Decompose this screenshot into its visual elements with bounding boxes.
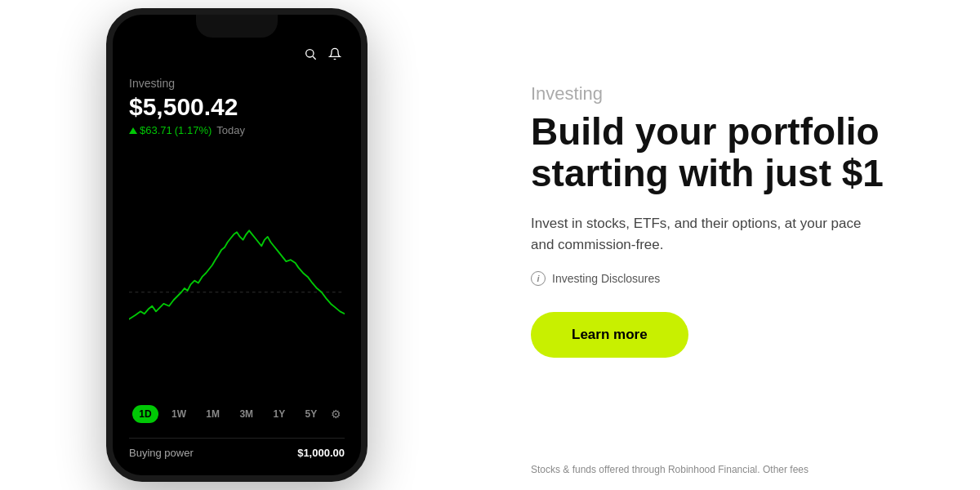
change-positive: $63.71 (1.17%) <box>129 124 212 136</box>
tab-1w[interactable]: 1W <box>165 405 193 423</box>
tab-5y[interactable]: 5Y <box>299 405 324 423</box>
settings-icon[interactable]: ⚙ <box>331 408 341 421</box>
chart-tabs: 1D 1W 1M 3M 1Y 5Y ⚙ <box>129 399 345 430</box>
buying-power-value: $1,000.00 <box>297 447 345 459</box>
phone-mockup: Investing $5,500.42 $63.71 (1.17%) Today <box>106 8 368 482</box>
buying-power-label: Buying power <box>129 447 194 459</box>
tab-3m[interactable]: 3M <box>233 405 260 423</box>
footer-disclaimer: Stocks & funds offered through Robinhood… <box>531 463 947 477</box>
headline-line1: Build your portfolio <box>531 110 880 153</box>
tab-1m[interactable]: 1M <box>199 405 226 423</box>
phone-investing-label: Investing <box>129 77 345 90</box>
headline: Build your portfolio starting with just … <box>531 111 923 194</box>
portfolio-chart <box>129 149 345 389</box>
change-period: Today <box>216 124 245 136</box>
up-arrow-icon <box>129 127 137 134</box>
buying-power-row: Buying power $1,000.00 <box>129 438 345 459</box>
phone-header-icons <box>129 47 345 64</box>
portfolio-value: $5,500.42 <box>129 93 345 121</box>
left-panel: Investing $5,500.42 $63.71 (1.17%) Today <box>0 0 474 490</box>
right-panel: Investing Build your portfolio starting … <box>474 0 980 490</box>
learn-more-button[interactable]: Learn more <box>531 312 688 358</box>
disclosures-text: Investing Disclosures <box>552 272 660 285</box>
change-percent: (1.17%) <box>175 124 212 136</box>
change-amount: $63.71 <box>140 124 172 136</box>
portfolio-change-row: $63.71 (1.17%) Today <box>129 124 345 136</box>
section-label: Investing <box>531 83 923 105</box>
svg-point-0 <box>306 50 314 57</box>
headline-line2: starting with just $1 <box>531 152 884 194</box>
chart-area <box>129 149 345 389</box>
search-icon[interactable] <box>304 47 317 64</box>
description: Invest in stocks, ETFs, and their option… <box>531 213 874 255</box>
phone-notch <box>196 15 278 38</box>
info-icon: i <box>531 271 546 286</box>
svg-line-1 <box>313 56 316 60</box>
tab-1y[interactable]: 1Y <box>267 405 292 423</box>
phone-screen: Investing $5,500.42 $63.71 (1.17%) Today <box>113 15 361 475</box>
bell-icon[interactable] <box>328 47 341 64</box>
phone-body: Investing $5,500.42 $63.71 (1.17%) Today <box>106 8 368 482</box>
tab-1d[interactable]: 1D <box>132 405 158 423</box>
disclosures-row: i Investing Disclosures <box>531 271 923 286</box>
